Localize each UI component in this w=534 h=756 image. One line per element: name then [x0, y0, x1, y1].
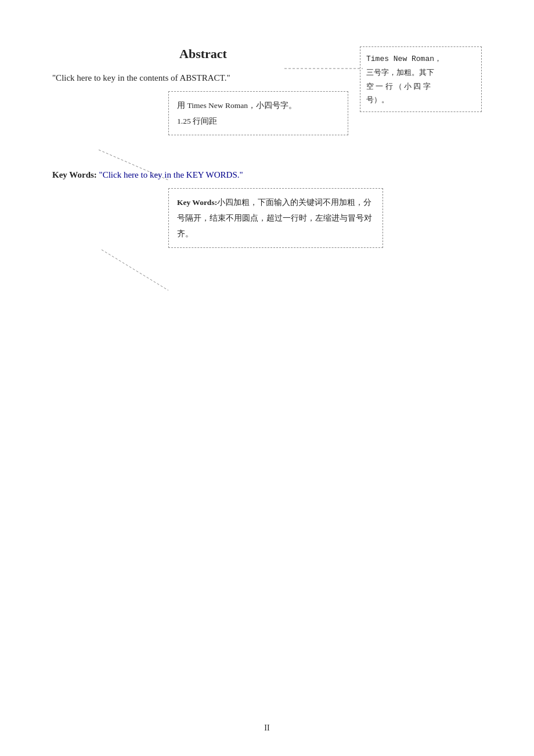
annotation-box-title: Times New Roman， 三号字，加粗。其下 空 一 行 （ 小 四 字… [360, 46, 482, 112]
annotation-content-line1: 用 Times New Roman，小四号字。 [177, 101, 297, 110]
page-number: II [264, 723, 269, 733]
svg-line-2 [102, 250, 168, 290]
page: Times New Roman， 三号字，加粗。其下 空 一 行 （ 小 四 字… [0, 0, 534, 756]
abstract-section: Times New Roman， 三号字，加粗。其下 空 一 行 （ 小 四 字… [52, 46, 482, 135]
annotation-kw-bold: Key Words: [177, 198, 217, 207]
annotation-box-content: 用 Times New Roman，小四号字。 1.25 行间距 [168, 91, 348, 135]
keywords-link[interactable]: "Click here to key in the KEY WORDS." [99, 170, 243, 179]
annotation-box-keywords: Key Words:小四加粗，下面输入的关键词不用加粗，分号隔开，结束不用圆点，… [168, 188, 383, 248]
keywords-line: Key Words: "Click here to key in the KEY… [52, 170, 482, 180]
keywords-section: Key Words: "Click here to key in the KEY… [52, 170, 482, 248]
abstract-title: Abstract [52, 46, 354, 62]
keywords-label: Key Words: [52, 170, 97, 179]
annotation-title-text: Times New Roman， 三号字，加粗。其下 空 一 行 （ 小 四 字… [366, 54, 442, 104]
annotation-content-line2: 1.25 行间距 [177, 117, 217, 125]
